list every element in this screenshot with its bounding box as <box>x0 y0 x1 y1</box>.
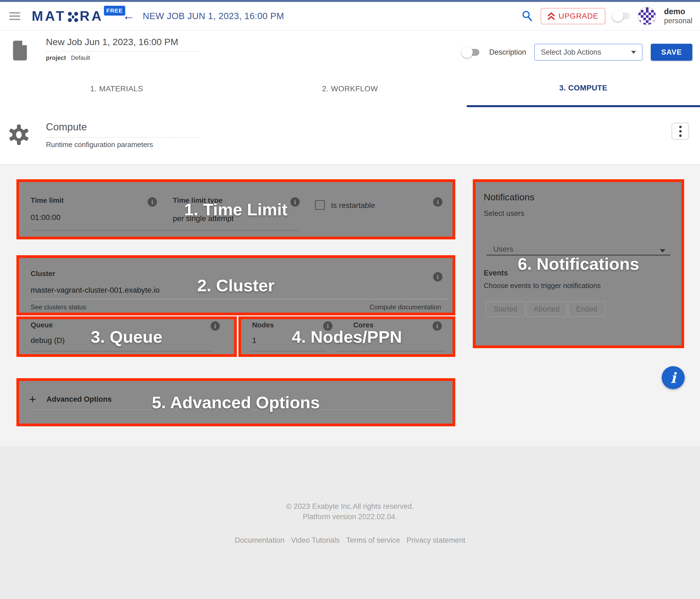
more-options-button[interactable] <box>672 123 689 140</box>
footer-version: Platform version 2022.02.04. <box>0 513 700 521</box>
upgrade-button[interactable]: UPGRADE <box>541 8 605 24</box>
compute-documentation-link[interactable]: Compute documentation <box>370 303 441 311</box>
users-chevron-down-icon[interactable] <box>660 249 665 253</box>
annotated-region-notifications: Notifications Select users Users Events … <box>473 179 684 348</box>
annotated-region-time-limit: Time limit i 01:00:00 Time limit type i … <box>17 179 455 239</box>
description-label: Description <box>489 48 526 57</box>
time-limit-input[interactable]: 01:00:00 <box>31 213 60 222</box>
compute-section-subtitle: Runtime configuration parameters <box>46 140 199 149</box>
job-title[interactable]: New Job Jun 1, 2023, 16:00 PM <box>46 36 199 52</box>
cluster-select[interactable]: master-vagrant-cluster-001.exabyte.io <box>31 286 160 294</box>
cores-label: Cores <box>353 321 374 329</box>
notifications-title: Notifications <box>484 192 534 203</box>
footer-link-video-tutorials[interactable]: Video Tutorials <box>291 536 340 545</box>
event-ended-button[interactable]: Ended <box>569 301 605 317</box>
cluster-label: Cluster <box>31 269 55 278</box>
logo-3-glyph-icon <box>67 11 79 23</box>
back-arrow-icon[interactable]: ← <box>123 8 135 23</box>
tab-materials[interactable]: 1. MATERIALS <box>0 71 233 107</box>
time-limit-type-label: Time limit type <box>173 196 223 205</box>
event-aborted-button[interactable]: Aborted <box>526 301 567 317</box>
nodes-input[interactable]: 1 <box>252 336 256 345</box>
theme-toggle[interactable] <box>613 12 630 19</box>
chevron-down-icon <box>631 51 636 54</box>
advanced-options-label[interactable]: Advanced Options <box>47 395 112 403</box>
project-label: project <box>46 54 66 61</box>
annotation-notifications: 6. Notifications <box>476 182 681 345</box>
is-restartable-checkbox[interactable] <box>315 200 325 210</box>
job-title-block: New Job Jun 1, 2023, 16:00 PM project De… <box>46 36 199 61</box>
navbar-inner: MAT RA FREE ← NEW JOB JUN 1, 2023, 16:00… <box>0 2 700 30</box>
avatar[interactable] <box>638 7 656 25</box>
save-button[interactable]: SAVE <box>651 44 692 61</box>
page: MAT RA FREE ← NEW JOB JUN 1, 2023, 16:00… <box>0 0 700 599</box>
expand-plus-icon[interactable]: + <box>29 392 36 406</box>
navbar-right: UPGRADE <box>521 2 692 30</box>
time-limit-label: Time limit <box>31 196 64 205</box>
queue-label: Queue <box>31 321 53 329</box>
annotated-region-cluster: Cluster i master-vagrant-cluster-001.exa… <box>17 255 455 315</box>
user-info[interactable]: demo personal <box>664 6 692 26</box>
clusters-status-link[interactable]: See clusters status <box>31 303 86 311</box>
notifications-subtitle: Select users <box>484 209 524 218</box>
footer-link-privacy[interactable]: Privacy statement <box>407 536 466 545</box>
footer-background <box>0 446 700 599</box>
top-navbar: MAT RA FREE ← NEW JOB JUN 1, 2023, 16:00… <box>0 0 700 31</box>
user-name: demo <box>664 6 692 17</box>
logo-suffix: RA <box>80 8 103 24</box>
project-row: project Default <box>46 54 199 61</box>
event-buttons: Started Aborted Ended <box>486 301 605 317</box>
job-header: New Job Jun 1, 2023, 16:00 PM project De… <box>0 31 700 71</box>
tab-compute[interactable]: 3. COMPUTE <box>467 71 700 107</box>
annotated-region-queue: Queue i debug (D) 3. Queue <box>17 316 237 357</box>
page-title: NEW JOB JUN 1, 2023, 16:00 PM <box>143 11 284 21</box>
free-badge: FREE <box>104 6 125 16</box>
annotated-region-advanced: + Advanced Options 5. Advanced Options <box>17 378 455 426</box>
menu-icon[interactable] <box>9 10 21 22</box>
nodes-info-icon[interactable]: i <box>323 321 332 331</box>
job-controls: Description Select Job Actions SAVE <box>462 44 692 61</box>
event-started-button[interactable]: Started <box>486 301 525 317</box>
double-chevron-up-icon <box>548 12 555 20</box>
user-account: personal <box>664 17 692 26</box>
cores-info-icon[interactable]: i <box>432 321 442 331</box>
app-logo[interactable]: MAT RA FREE <box>32 8 125 24</box>
annotation-time-limit: 1. Time Limit <box>19 182 453 237</box>
is-restartable-info-icon[interactable]: i <box>433 197 443 207</box>
footer-link-terms[interactable]: Terms of service <box>346 536 400 545</box>
search-icon[interactable] <box>521 10 533 22</box>
upgrade-label: UPGRADE <box>559 12 598 21</box>
project-value: Default <box>71 54 90 61</box>
cluster-info-icon[interactable]: i <box>433 272 443 282</box>
compute-title-block: Compute Runtime configuration parameters <box>46 121 199 149</box>
wizard-tabs: 1. MATERIALS 2. WORKFLOW 3. COMPUTE <box>0 71 700 107</box>
cores-input[interactable]: 1 <box>353 336 358 345</box>
compute-section-header: Compute Runtime configuration parameters <box>0 107 700 164</box>
job-actions-label: Select Job Actions <box>541 48 601 57</box>
logo-text: MAT <box>32 8 66 24</box>
footer-link-documentation[interactable]: Documentation <box>235 536 285 545</box>
footer-links: Documentation Video Tutorials Terms of s… <box>0 536 700 545</box>
job-actions-select[interactable]: Select Job Actions <box>534 44 643 61</box>
events-label: Events <box>484 269 508 277</box>
time-limit-type-info-icon[interactable]: i <box>291 197 300 207</box>
nodes-label: Nodes <box>252 321 274 329</box>
time-limit-type-select[interactable]: per single attempt <box>173 214 234 223</box>
queue-select[interactable]: debug (D) <box>31 336 65 345</box>
time-limit-info-icon[interactable]: i <box>148 197 157 207</box>
users-select-label[interactable]: Users <box>493 245 513 254</box>
queue-info-icon[interactable]: i <box>210 321 220 331</box>
tab-workflow[interactable]: 2. WORKFLOW <box>233 71 467 107</box>
annotated-region-nodes: Nodes i 1 Cores i 1 4. Nodes/PPN <box>239 316 455 357</box>
footer-copyright: © 2023 Exabyte Inc.All rights reserved. <box>0 502 700 511</box>
is-restartable-label: Is restartable <box>331 201 375 210</box>
help-info-button[interactable]: i <box>662 366 685 389</box>
events-hint: Choose events to trigger notifications <box>484 282 601 290</box>
document-icon <box>12 40 27 62</box>
compute-section-title: Compute <box>46 121 199 138</box>
description-toggle[interactable] <box>462 49 479 56</box>
gear-icon <box>8 124 29 147</box>
users-select-underline <box>486 255 670 256</box>
